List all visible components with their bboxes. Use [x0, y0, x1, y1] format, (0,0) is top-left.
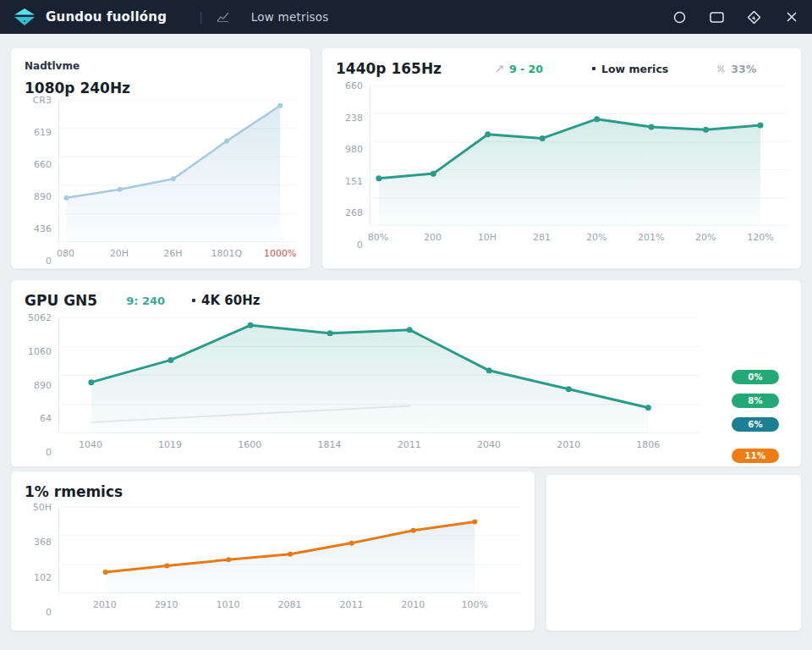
data-point-marker — [472, 520, 477, 525]
data-point-marker — [349, 541, 354, 546]
panel-1440p-165hz: 1440p 165Hz 9 - 20 Low merics 33% 660238… — [321, 47, 802, 269]
app-title: Gundou fuollóng — [46, 9, 167, 25]
y-tick-label: 436 — [34, 223, 52, 234]
panel-empty — [546, 474, 802, 631]
x-tick-label: 1000% — [264, 248, 296, 259]
percent-icon — [717, 65, 725, 73]
y-tick-label: 102 — [34, 571, 52, 582]
x-tick-label: 080 — [57, 248, 74, 259]
y-tick-label: 64 — [40, 413, 52, 424]
minimize-circle-icon[interactable] — [672, 10, 687, 25]
panel-gpu: GPU GN5 9: 240 4K 60Hz 50621060890640 10… — [10, 279, 802, 467]
titlebar: Gundou fuollóng | Low metrisos — [0, 0, 812, 34]
x-axis: 08020H26H1801Q1000% — [58, 242, 297, 261]
data-point-marker — [407, 327, 413, 333]
x-tick-label: 1010 — [217, 599, 240, 610]
y-tick-label: 619 — [34, 127, 52, 138]
y-axis: CR36196608904360 — [25, 100, 58, 261]
panel-title: 1080p 240Hz — [25, 80, 297, 96]
plot-area — [58, 100, 297, 242]
legend-item-percent[interactable]: 33% — [717, 63, 756, 75]
data-point-marker — [248, 322, 254, 328]
maximize-icon[interactable] — [710, 10, 724, 25]
chart-one-percent: 50H3681020 201029101010208120112010100% — [25, 507, 521, 612]
data-point-marker — [63, 196, 69, 201]
chart-1080p: CR36196608904360 08020H26H1801Q1000% — [25, 100, 297, 261]
x-tick-label: 2011 — [398, 439, 421, 450]
data-point-marker — [649, 124, 655, 130]
data-point-marker — [277, 103, 283, 108]
x-tick-label: 2011 — [339, 599, 363, 610]
metrics-chart-icon — [217, 12, 229, 23]
panel-title: GPU GN5 — [25, 292, 97, 309]
data-point-marker — [431, 171, 436, 177]
x-tick-label: 20H — [110, 248, 129, 259]
data-point-marker — [566, 386, 572, 392]
x-tick-label: 1814 — [318, 439, 342, 450]
y-tick-label: 151 — [345, 175, 363, 186]
y-axis: 6602389801512680 — [336, 85, 370, 245]
y-tick-label: 0 — [46, 447, 52, 458]
y-tick-label: 890 — [34, 191, 52, 202]
x-tick-label: 20% — [586, 232, 606, 243]
data-point-marker — [594, 116, 600, 122]
y-tick-label: 238 — [345, 112, 363, 123]
y-tick-label: 980 — [345, 144, 363, 155]
chart-area-fill — [106, 522, 475, 594]
x-tick-label: 1806 — [636, 439, 660, 450]
close-icon[interactable] — [784, 10, 798, 25]
legend-item-range[interactable]: 9 - 20 — [496, 63, 543, 75]
gpu-stat-value: 9: 240 — [126, 295, 165, 307]
plot-area — [58, 317, 700, 433]
panel-title: 1% rmemics — [25, 483, 521, 500]
data-point-marker — [88, 379, 94, 385]
x-tick-label: 80% — [368, 232, 388, 243]
x-tick-label: 100% — [462, 599, 488, 610]
trend-icon — [496, 65, 503, 73]
bullet-dot — [192, 299, 195, 302]
data-point-marker — [327, 330, 333, 336]
x-axis: 201029101010208120112010100% — [58, 593, 521, 612]
y-tick-label: 368 — [34, 537, 52, 548]
status-badge: 11% — [732, 449, 779, 463]
x-axis: 80%20010H28120%201%20%120% — [370, 226, 787, 245]
diamond-arrow-icon[interactable] — [747, 10, 761, 25]
data-point-marker — [757, 123, 763, 129]
data-point-marker — [485, 131, 491, 137]
x-tick-label: 1600 — [238, 439, 261, 450]
panel-title: 1440p 165Hz — [336, 60, 442, 77]
data-point-marker — [288, 552, 293, 557]
x-tick-label: 1040 — [79, 439, 102, 450]
x-tick-label: 2010 — [557, 439, 580, 450]
status-badge: 8% — [732, 394, 779, 408]
x-tick-label: 26H — [163, 248, 182, 259]
plot-area — [370, 85, 787, 226]
titlebar-divider: | — [199, 10, 203, 24]
y-tick-label: CR3 — [33, 95, 52, 106]
x-tick-label: 2040 — [477, 439, 501, 450]
y-tick-label: 5062 — [28, 312, 52, 323]
window-controls — [672, 10, 798, 25]
y-axis: 50621060890640 — [25, 317, 58, 452]
x-tick-label: 1019 — [158, 439, 182, 450]
panel-1080p-240hz: Nadtlvme 1080p 240Hz CR36196608904360 08… — [10, 47, 311, 269]
plot-area — [58, 507, 521, 593]
nav-item-low-metrics[interactable]: Low metrisos — [251, 10, 329, 24]
x-tick-label: 201% — [638, 232, 664, 243]
status-badge: 0% — [732, 370, 779, 384]
x-tick-label: 20% — [695, 232, 716, 243]
data-point-marker — [645, 405, 651, 410]
y-tick-label: 0 — [357, 240, 363, 251]
data-point-marker — [164, 564, 169, 569]
data-point-marker — [224, 139, 229, 144]
data-point-marker — [486, 367, 492, 373]
data-point-marker — [411, 528, 416, 533]
data-point-marker — [103, 570, 108, 575]
chart-area-fill — [91, 325, 649, 433]
y-tick-label: 268 — [345, 207, 363, 218]
data-point-marker — [376, 175, 381, 181]
legend-item-low-metrics[interactable]: Low merics — [592, 63, 668, 75]
chart-gpu: 50621060890640 1040101916001814201120402… — [25, 317, 700, 452]
y-tick-label: 0 — [46, 607, 52, 618]
x-tick-label: 2010 — [93, 599, 117, 610]
